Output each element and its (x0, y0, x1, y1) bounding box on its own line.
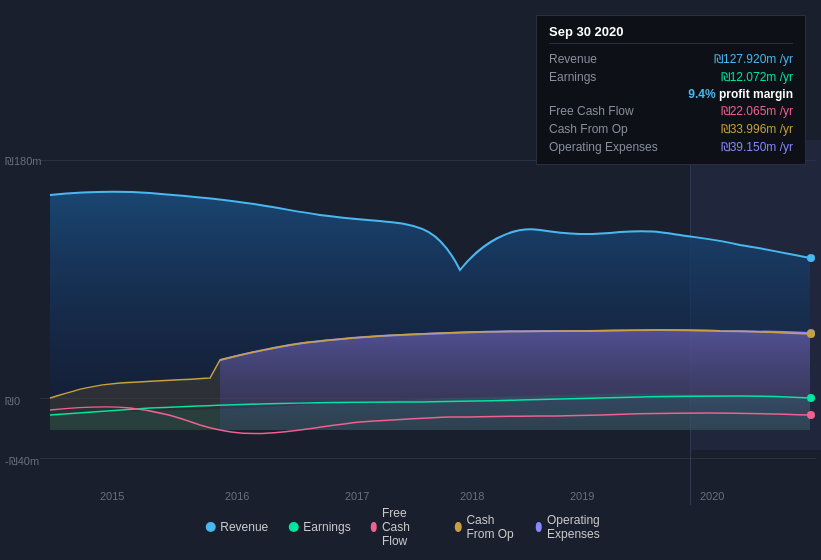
tooltip-value-free-cash: ₪22.065m /yr (721, 104, 793, 118)
tooltip-label-earnings: Earnings (549, 70, 659, 84)
chart-svg (0, 140, 821, 490)
x-label-2016: 2016 (225, 490, 249, 502)
cash-from-op-dot (807, 330, 815, 338)
earnings-dot (807, 394, 815, 402)
tooltip-box: Sep 30 2020 Revenue ₪127.920m /yr Earnin… (536, 15, 806, 165)
legend-dot-earnings (288, 522, 298, 532)
legend-dot-cash-from-op (455, 522, 461, 532)
tooltip-date: Sep 30 2020 (549, 24, 793, 44)
legend-label-revenue: Revenue (220, 520, 268, 534)
x-label-2020: 2020 (700, 490, 724, 502)
tooltip-value-cash-from-op: ₪33.996m /yr (721, 122, 793, 136)
legend-label-cash-from-op: Cash From Op (466, 513, 515, 541)
x-label-2018: 2018 (460, 490, 484, 502)
tooltip-value-op-expenses: ₪39.150m /yr (721, 140, 793, 154)
revenue-dot (807, 254, 815, 262)
tooltip-label-revenue: Revenue (549, 52, 659, 66)
legend-item-earnings[interactable]: Earnings (288, 520, 350, 534)
legend-item-free-cash[interactable]: Free Cash Flow (371, 506, 435, 548)
x-label-2015: 2015 (100, 490, 124, 502)
profit-margin-value: 9.4% profit margin (688, 87, 793, 101)
legend-label-earnings: Earnings (303, 520, 350, 534)
tooltip-label-cash-from-op: Cash From Op (549, 122, 659, 136)
tooltip-value-earnings: ₪12.072m /yr (721, 70, 793, 84)
legend-item-cash-from-op[interactable]: Cash From Op (455, 513, 516, 541)
legend-label-op-expenses: Operating Expenses (547, 513, 616, 541)
tooltip-value-revenue: ₪127.920m /yr (714, 52, 793, 66)
legend-item-op-expenses[interactable]: Operating Expenses (536, 513, 616, 541)
legend-dot-free-cash (371, 522, 377, 532)
tooltip-row-earnings: Earnings ₪12.072m /yr (549, 68, 793, 86)
tooltip-row-revenue: Revenue ₪127.920m /yr (549, 50, 793, 68)
tooltip-label-op-expenses: Operating Expenses (549, 140, 659, 154)
x-label-2017: 2017 (345, 490, 369, 502)
legend-label-free-cash: Free Cash Flow (382, 506, 435, 548)
tooltip-row-cash-from-op: Cash From Op ₪33.996m /yr (549, 120, 793, 138)
x-label-2019: 2019 (570, 490, 594, 502)
tooltip-row-free-cash: Free Cash Flow ₪22.065m /yr (549, 102, 793, 120)
tooltip-row-op-expenses: Operating Expenses ₪39.150m /yr (549, 138, 793, 156)
chart-container: Sep 30 2020 Revenue ₪127.920m /yr Earnin… (0, 0, 821, 560)
legend-item-revenue[interactable]: Revenue (205, 520, 268, 534)
free-cash-dot (807, 411, 815, 419)
legend-dot-op-expenses (536, 522, 542, 532)
legend-dot-revenue (205, 522, 215, 532)
tooltip-label-free-cash: Free Cash Flow (549, 104, 659, 118)
profit-margin-row: 9.4% profit margin (549, 86, 793, 102)
legend: Revenue Earnings Free Cash Flow Cash Fro… (205, 506, 616, 548)
